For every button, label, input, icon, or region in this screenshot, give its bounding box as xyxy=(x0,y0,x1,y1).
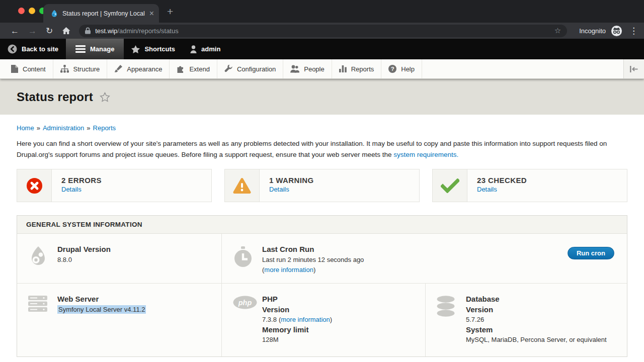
database-system-label: System xyxy=(466,325,607,335)
menu-item-reports[interactable]: Reports xyxy=(332,59,382,78)
content-icon xyxy=(11,65,18,73)
cron-more-information-link[interactable]: more information xyxy=(264,266,313,274)
menu-item-appearance[interactable]: Appearance xyxy=(107,59,170,78)
lock-icon xyxy=(85,27,91,34)
cron-more-information-line: (more information) xyxy=(262,265,364,275)
page-header: Status report xyxy=(0,79,644,115)
tab-title: Status report | Symfony Local Se xyxy=(62,10,145,17)
toolbar-orientation-toggle[interactable] xyxy=(623,59,644,78)
clock-icon xyxy=(233,245,262,283)
window-controls xyxy=(18,8,46,14)
menu-item-extend[interactable]: Extend xyxy=(170,59,217,78)
menu-item-configuration[interactable]: Configuration xyxy=(217,59,283,78)
php-memory-limit-label: Memory limit xyxy=(262,325,332,335)
window-minimize-button[interactable] xyxy=(29,8,35,14)
address-bar[interactable]: test.wip /admin/reports/status ☆ xyxy=(79,25,567,37)
php-title: PHP xyxy=(262,295,332,303)
panel-row-2: Web Server Symfony Local Server v4.11.2 … xyxy=(17,284,627,356)
php-version-value: 7.3.8 xyxy=(262,316,277,323)
last-cron-run-title: Last Cron Run xyxy=(262,245,364,253)
back-to-site-label: Back to site xyxy=(22,45,58,53)
breadcrumb-separator: » xyxy=(87,124,90,132)
system-requirements-link[interactable]: system requirements. xyxy=(393,151,458,158)
php-text: PHP Version 7.3.8(more information) Memo… xyxy=(262,295,332,356)
php-cell: php PHP Version 7.3.8(more information) … xyxy=(222,284,426,356)
checked-icon-cell xyxy=(433,169,467,202)
manage-tab[interactable]: Manage xyxy=(66,39,124,59)
url-host: test.wip xyxy=(95,27,117,35)
new-tab-button[interactable]: + xyxy=(167,6,173,18)
errors-card: 2 ERRORS Details xyxy=(17,169,212,202)
drupal-version-title: Drupal Version xyxy=(57,245,111,253)
admin-user-label: admin xyxy=(201,45,220,53)
last-cron-run-value: Last run 2 minutes 12 seconds ago xyxy=(262,255,364,265)
back-button[interactable]: ← xyxy=(11,27,19,35)
shortcut-star-icon[interactable] xyxy=(100,92,110,102)
back-to-site-button[interactable]: Back to site xyxy=(0,39,66,59)
appearance-icon xyxy=(114,65,122,73)
panel-row-1: Drupal Version 8.8.0 Last Cron Run xyxy=(17,234,627,284)
checked-details-link[interactable]: Details xyxy=(477,186,497,193)
incognito-icon xyxy=(611,25,622,37)
php-version-line: 7.3.8(more information) xyxy=(262,315,332,325)
menu-item-content[interactable]: Content xyxy=(4,59,53,78)
drupal-version-text: Drupal Version 8.8.0 xyxy=(57,245,111,283)
warnings-card-text: 1 WARNING Details xyxy=(260,169,314,202)
breadcrumb-separator: » xyxy=(37,124,40,132)
warnings-count: 1 WARNING xyxy=(269,176,314,185)
close-tab-icon[interactable]: × xyxy=(149,10,154,18)
help-icon: ? xyxy=(388,65,396,73)
home-button[interactable] xyxy=(62,27,70,35)
checked-count: 23 CHECKED xyxy=(477,176,527,185)
checked-card: 23 CHECKED Details xyxy=(432,169,627,202)
database-system-value: MySQL, MariaDB, Percona Server, or equiv… xyxy=(466,335,607,345)
errors-details-link[interactable]: Details xyxy=(61,186,82,193)
browser-tab[interactable]: Status report | Symfony Local Se × xyxy=(43,4,159,23)
menu-item-help[interactable]: ? Help xyxy=(381,59,422,78)
breadcrumb-administration[interactable]: Administration xyxy=(43,124,84,132)
errors-card-text: 2 ERRORS Details xyxy=(52,169,102,202)
collapse-left-icon xyxy=(630,66,638,72)
people-icon xyxy=(290,65,299,73)
admin-user-menu[interactable]: admin xyxy=(183,39,228,59)
php-more-information-link[interactable]: more information xyxy=(281,316,330,323)
menu-item-people[interactable]: People xyxy=(283,59,332,78)
database-version-label: Version xyxy=(466,305,607,315)
php-memory-limit-value: 128M xyxy=(262,335,332,345)
browser-menu-icon[interactable]: ⋮ xyxy=(629,26,638,36)
bookmark-star-icon[interactable]: ☆ xyxy=(554,26,561,35)
menu-label: Content xyxy=(23,65,46,73)
checked-card-text: 23 CHECKED Details xyxy=(467,169,527,202)
status-summary-cards: 2 ERRORS Details 1 WARNING Details xyxy=(17,169,627,202)
page-title: Status report xyxy=(17,90,93,104)
breadcrumb-home[interactable]: Home xyxy=(17,124,34,132)
errors-count: 2 ERRORS xyxy=(61,176,102,185)
warnings-card: 1 WARNING Details xyxy=(224,169,420,202)
structure-icon xyxy=(60,65,69,73)
drupal-favicon-icon xyxy=(50,10,58,18)
window-close-button[interactable] xyxy=(18,8,25,14)
panel-header: GENERAL SYSTEM INFORMATION xyxy=(17,216,627,234)
warnings-details-link[interactable]: Details xyxy=(269,186,289,193)
shortcuts-star-icon xyxy=(131,45,140,53)
run-cron-button[interactable]: Run cron xyxy=(568,247,614,259)
tab-strip: Status report | Symfony Local Se × + xyxy=(0,0,644,23)
intro-text: Here you can find a short overview of yo… xyxy=(17,140,607,158)
paren: ) xyxy=(330,316,332,323)
breadcrumb: Home»Administration»Reports xyxy=(17,124,644,132)
shortcuts-tab[interactable]: Shortcuts xyxy=(124,39,183,59)
configuration-icon xyxy=(224,65,232,73)
home-icon xyxy=(62,27,70,35)
browser-window: Status report | Symfony Local Se × + ← →… xyxy=(0,0,644,362)
error-icon xyxy=(26,177,43,194)
reload-button[interactable]: ↻ xyxy=(46,27,53,35)
forward-button[interactable]: → xyxy=(28,27,37,35)
errors-icon-cell xyxy=(17,169,52,202)
web-server-text: Web Server Symfony Local Server v4.11.2 xyxy=(57,295,146,356)
menu-item-structure[interactable]: Structure xyxy=(53,59,108,78)
php-logo-icon: php xyxy=(233,295,262,356)
database-icon xyxy=(437,295,466,356)
breadcrumb-reports[interactable]: Reports xyxy=(93,124,116,132)
menu-label: Help xyxy=(401,65,415,73)
drupal-version-cell: Drupal Version 8.8.0 xyxy=(17,234,222,283)
